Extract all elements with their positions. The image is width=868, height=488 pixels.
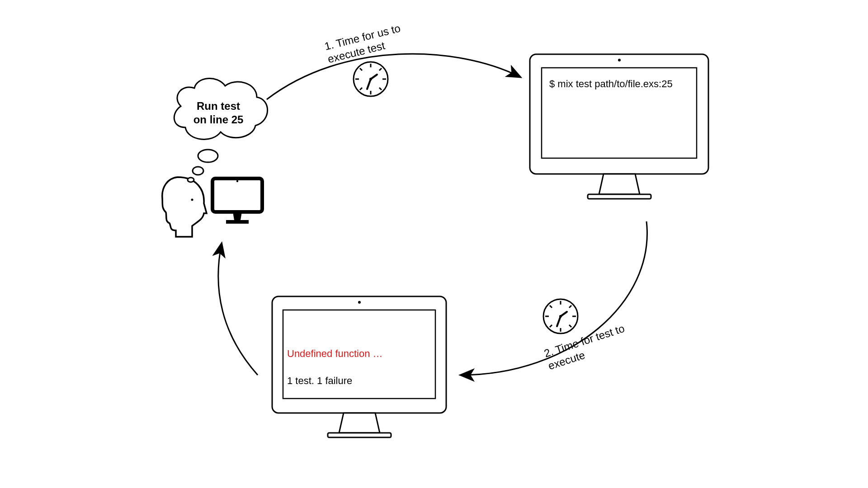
svg-rect-26 [328,433,391,437]
diagram-stage: Run test on line 25 1. Time for us to ex… [0,0,868,488]
clock-icon [354,62,388,96]
thought-line1: Run test [197,100,240,112]
top-terminal-text: $ mix test path/to/file.exs:25 [549,78,694,90]
svg-point-20 [618,59,621,61]
svg-rect-22 [588,194,651,199]
thought-text: Run test on line 25 [166,99,270,127]
thought-line2: on line 25 [193,113,244,126]
arrow-step1 [267,54,520,99]
svg-rect-13 [212,178,262,212]
clock-icon [543,299,578,333]
thought-bubble-icon [174,79,267,182]
bottom-terminal-error: Undefined function … [287,348,383,360]
bottom-terminal-summary: 1 test. 1 failure [287,375,352,387]
diagram-svg [0,0,868,488]
arrow-step3 [218,244,258,375]
svg-rect-15 [226,220,249,224]
svg-point-14 [236,180,238,182]
svg-point-16 [198,150,218,162]
svg-point-18 [188,178,194,182]
arrow2-label: 2. Time for test to execute [542,322,630,373]
monitor-top-icon [530,54,708,199]
svg-rect-19 [530,54,708,174]
small-monitor-icon [212,178,262,224]
person-icon [162,177,207,237]
svg-point-24 [358,301,361,304]
monitor-bottom-icon [272,296,446,437]
arrow1-label: 1. Time for us to execute test [323,22,405,66]
svg-point-17 [193,167,203,175]
